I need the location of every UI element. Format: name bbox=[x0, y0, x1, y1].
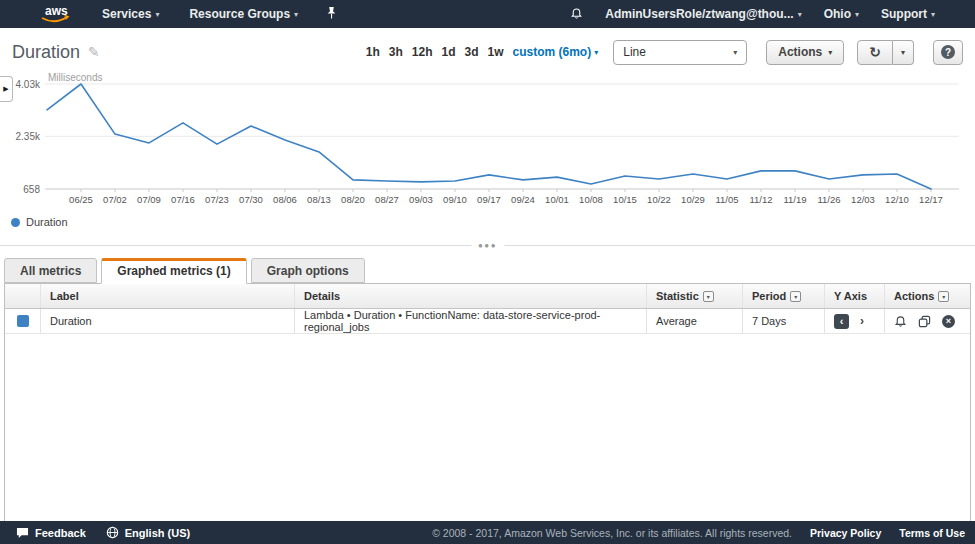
expand-sidebar-button[interactable]: ▶ bbox=[0, 76, 13, 102]
top-nav-bar: aws Services ▾ Resource Groups ▾ AdminUs… bbox=[0, 0, 975, 28]
svg-text:07/16: 07/16 bbox=[171, 194, 195, 205]
chevron-down-icon: ▾ bbox=[733, 48, 737, 57]
nav-region-menu[interactable]: Ohio ▾ bbox=[824, 7, 859, 21]
duration-chart[interactable]: 4.03k2.35k658Milliseconds06/2507/0207/09… bbox=[0, 72, 975, 207]
pushpin-icon[interactable] bbox=[326, 6, 337, 22]
chart-type-value: Line bbox=[623, 45, 646, 59]
nav-account-menu[interactable]: AdminUsersRole/ztwang@thou... ▾ bbox=[605, 7, 801, 21]
tab-graphed-metrics[interactable]: Graphed metrics (1) bbox=[101, 258, 246, 284]
nav-resource-groups[interactable]: Resource Groups ▾ bbox=[189, 7, 298, 21]
actions-button-label: Actions bbox=[778, 45, 822, 59]
range-12h[interactable]: 12h bbox=[412, 45, 433, 59]
metric-color-swatch[interactable] bbox=[17, 315, 29, 327]
svg-text:08/06: 08/06 bbox=[273, 194, 297, 205]
feedback-label: Feedback bbox=[35, 527, 86, 539]
language-selector[interactable]: English (US) bbox=[106, 526, 190, 539]
panel-resize-divider: ●●● bbox=[0, 245, 975, 246]
svg-text:09/10: 09/10 bbox=[443, 194, 467, 205]
y-axis-right-button[interactable]: › bbox=[860, 314, 864, 328]
footer-bar: Feedback English (US) © 2008 - 2017, Ama… bbox=[0, 521, 975, 544]
language-label: English (US) bbox=[125, 527, 190, 539]
row-period-cell[interactable]: 7 Days bbox=[743, 309, 825, 333]
svg-text:08/20: 08/20 bbox=[341, 194, 365, 205]
row-statistic-cell[interactable]: Average bbox=[647, 309, 743, 333]
create-alarm-bell-icon[interactable] bbox=[894, 314, 907, 328]
chevron-down-icon: ▾ bbox=[798, 10, 802, 19]
refresh-options-button[interactable]: ▾ bbox=[893, 40, 914, 65]
svg-text:06/25: 06/25 bbox=[69, 194, 93, 205]
range-1h[interactable]: 1h bbox=[366, 45, 380, 59]
actions-dropdown-icon[interactable]: ▾ bbox=[938, 291, 949, 302]
range-1w[interactable]: 1w bbox=[488, 45, 504, 59]
row-label-cell[interactable]: Duration bbox=[41, 309, 295, 333]
header-label: Label bbox=[41, 284, 295, 308]
svg-text:09/24: 09/24 bbox=[511, 194, 535, 205]
header-statistic-label: Statistic bbox=[656, 290, 699, 302]
nav-support-menu[interactable]: Support ▾ bbox=[881, 7, 935, 21]
support-label: Support bbox=[881, 7, 927, 21]
resize-handle[interactable]: ●●● bbox=[471, 241, 504, 250]
statistic-dropdown-icon[interactable]: ▾ bbox=[703, 291, 714, 302]
svg-text:Milliseconds: Milliseconds bbox=[48, 72, 102, 83]
globe-icon bbox=[106, 526, 119, 539]
custom-range-menu[interactable]: custom (6mo) ▾ bbox=[513, 45, 599, 59]
help-button[interactable]: ? bbox=[933, 40, 963, 65]
nav-services[interactable]: Services ▾ bbox=[102, 7, 159, 21]
tab-all-metrics[interactable]: All metrics bbox=[4, 258, 97, 283]
notifications-bell-icon[interactable] bbox=[570, 6, 583, 23]
privacy-policy-link[interactable]: Privacy Policy bbox=[810, 527, 881, 539]
edit-title-pencil-icon[interactable]: ✎ bbox=[88, 44, 100, 60]
header-details: Details bbox=[295, 284, 647, 308]
feedback-button[interactable]: Feedback bbox=[16, 527, 86, 539]
header-period: Period ▾ bbox=[743, 284, 825, 308]
range-3h[interactable]: 3h bbox=[389, 45, 403, 59]
chevron-down-icon: ▾ bbox=[594, 48, 598, 57]
svg-text:10/01: 10/01 bbox=[545, 194, 569, 205]
svg-text:08/27: 08/27 bbox=[375, 194, 399, 205]
svg-text:07/30: 07/30 bbox=[239, 194, 263, 205]
speech-bubble-icon bbox=[16, 527, 29, 539]
header-actions-label: Actions bbox=[894, 290, 934, 302]
help-icon: ? bbox=[941, 45, 955, 59]
refresh-icon: ↻ bbox=[869, 44, 881, 60]
account-name-label: AdminUsersRole/ztwang@thou... bbox=[605, 7, 793, 21]
refresh-button[interactable]: ↻ bbox=[857, 40, 893, 65]
range-1d[interactable]: 1d bbox=[441, 45, 455, 59]
row-swatch-cell bbox=[5, 309, 41, 333]
range-3d[interactable]: 3d bbox=[464, 45, 478, 59]
metrics-tab-bar: All metrics Graphed metrics (1) Graph op… bbox=[0, 258, 975, 283]
svg-text:07/23: 07/23 bbox=[205, 194, 229, 205]
actions-button[interactable]: Actions ▾ bbox=[766, 40, 844, 65]
svg-text:08/13: 08/13 bbox=[307, 194, 331, 205]
svg-text:12/10: 12/10 bbox=[885, 194, 909, 205]
row-details-cell: Lambda • Duration • FunctionName: data-s… bbox=[295, 309, 647, 333]
svg-text:07/02: 07/02 bbox=[103, 194, 127, 205]
svg-text:2.35k: 2.35k bbox=[16, 131, 41, 142]
chevron-down-icon: ▾ bbox=[855, 10, 859, 19]
chevron-down-icon: ▾ bbox=[828, 48, 832, 57]
chart-type-select[interactable]: Line ▾ bbox=[613, 40, 747, 65]
table-header: Label Details Statistic ▾ Period ▾ Y Axi… bbox=[5, 284, 970, 309]
y-axis-left-button[interactable]: ‹ bbox=[834, 314, 849, 329]
duplicate-metric-icon[interactable] bbox=[918, 315, 931, 328]
chevron-down-icon: ▾ bbox=[931, 10, 935, 19]
terms-of-use-link[interactable]: Terms of Use bbox=[899, 527, 965, 539]
row-actions-cell: × bbox=[885, 309, 970, 333]
aws-logo[interactable]: aws bbox=[38, 3, 72, 25]
remove-metric-icon[interactable]: × bbox=[942, 315, 955, 328]
svg-text:10/15: 10/15 bbox=[613, 194, 637, 205]
table-row: Duration Lambda • Duration • FunctionNam… bbox=[5, 309, 970, 334]
svg-text:10/22: 10/22 bbox=[647, 194, 671, 205]
copyright-text: © 2008 - 2017, Amazon Web Services, Inc.… bbox=[432, 527, 792, 539]
svg-text:07/09: 07/09 bbox=[137, 194, 161, 205]
chevron-down-icon: ▾ bbox=[294, 10, 298, 19]
period-dropdown-icon[interactable]: ▾ bbox=[790, 291, 801, 302]
legend-dot[interactable] bbox=[11, 218, 20, 227]
legend-label[interactable]: Duration bbox=[26, 216, 68, 228]
nav-resource-groups-label: Resource Groups bbox=[189, 7, 290, 21]
svg-text:11/12: 11/12 bbox=[749, 194, 772, 205]
svg-text:11/26: 11/26 bbox=[817, 194, 840, 205]
svg-text:4.03k: 4.03k bbox=[16, 79, 41, 90]
svg-text:10/08: 10/08 bbox=[579, 194, 603, 205]
tab-graph-options[interactable]: Graph options bbox=[251, 258, 365, 283]
